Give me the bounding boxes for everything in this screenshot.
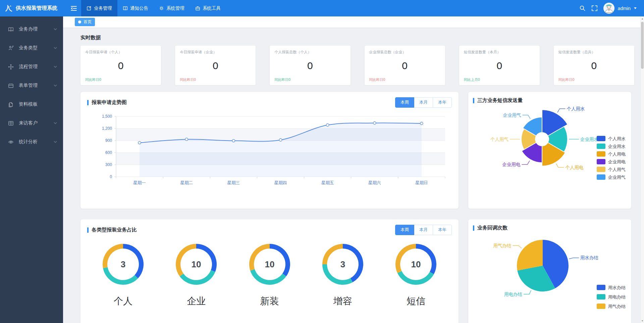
username[interactable]: admin bbox=[618, 6, 631, 11]
vertical-scrollbar[interactable]: ▲ ▼ bbox=[640, 16, 644, 323]
donut-ring: 10 bbox=[171, 239, 221, 289]
callback-chart-card: 业务回调次数 用水办结用电办结用气办结用水办结用电办结用气办结 bbox=[468, 219, 631, 323]
sidebar: 业务办理 业务类型 流程管理 表单管理 资料模板 bbox=[0, 16, 63, 323]
toolbox-icon bbox=[195, 6, 200, 11]
menu-tools[interactable]: 系统工具 bbox=[190, 0, 226, 16]
legend-item[interactable]: 用电办结 bbox=[597, 294, 626, 300]
legend-item[interactable]: 个人用气 bbox=[597, 167, 626, 172]
legend-item[interactable]: 企业用电 bbox=[597, 159, 626, 164]
realtime-section-title: 实时数据 bbox=[80, 35, 634, 41]
y-axis-tick-label: 300 bbox=[105, 162, 112, 167]
legend-item[interactable]: 用水办结 bbox=[597, 285, 626, 290]
document-icon bbox=[8, 102, 14, 107]
stat-card-total-company: 企业报装总数（企业） 0 同比昨日0 bbox=[365, 46, 445, 85]
legend-item[interactable]: 企业用水 bbox=[597, 144, 626, 149]
tab-year-button[interactable]: 本年 bbox=[433, 225, 452, 235]
svg-text:用水办结: 用水办结 bbox=[608, 285, 626, 290]
data-point-marker bbox=[138, 142, 141, 144]
donut-chart-item: 10短信 bbox=[391, 239, 441, 308]
donut-segment bbox=[343, 244, 363, 282]
scroll-down-icon[interactable]: ▼ bbox=[641, 320, 644, 322]
legend-item[interactable]: 个人用电 bbox=[597, 151, 626, 157]
sidebar-item-process-mgmt[interactable]: 流程管理 bbox=[0, 57, 63, 76]
svg-text:个人用气: 个人用气 bbox=[608, 167, 626, 172]
donut-segment bbox=[250, 269, 286, 285]
sms-rose-chart: 个人用水企业用水个人用电企业用电个人用气企业用气个人用水企业用水个人用电企业用电… bbox=[473, 106, 627, 197]
svg-text:企业用电: 企业用电 bbox=[608, 159, 626, 164]
eye-icon bbox=[8, 139, 14, 145]
sidebar-item-business-type[interactable]: 业务类型 bbox=[0, 39, 63, 57]
stat-card-today-company: 今日报装申请（企业） 0 同比昨日0 bbox=[175, 46, 256, 85]
tab-home[interactable]: 首页 bbox=[75, 18, 95, 26]
chevron-down-icon bbox=[54, 66, 57, 68]
label-leader-line bbox=[513, 246, 522, 248]
stat-card-total-personal: 个人报装总数（个人） 0 同比昨日0 bbox=[270, 46, 350, 85]
donut-ring: 3 bbox=[98, 239, 148, 289]
chevron-down-icon bbox=[54, 47, 57, 49]
title-accent-bar bbox=[473, 98, 474, 103]
tab-month-button[interactable]: 本月 bbox=[414, 97, 433, 108]
stat-cards-row: 今日报装申请（个人） 0 同比昨日0 今日报装申请（企业） 0 同比昨日0 个人… bbox=[80, 46, 634, 85]
tab-year-button[interactable]: 本年 bbox=[433, 97, 452, 108]
menu-business[interactable]: 业务管理 bbox=[81, 0, 117, 16]
tab-month-button[interactable]: 本月 bbox=[414, 225, 433, 235]
donut-category-label: 新装 bbox=[245, 295, 295, 308]
fullscreen-icon[interactable] bbox=[592, 5, 597, 11]
donut-segment bbox=[103, 267, 138, 285]
data-point-marker bbox=[420, 122, 423, 125]
donut-segment bbox=[180, 270, 215, 285]
tab-week-button[interactable]: 本周 bbox=[395, 97, 414, 108]
trend-line-chart: 03006009001,2001,500星期一星期二星期三星期四星期五星期六星期… bbox=[87, 111, 451, 192]
slice-label: 企业用水 bbox=[580, 137, 598, 142]
book-open-icon bbox=[8, 26, 14, 32]
gear-icon bbox=[159, 6, 164, 11]
x-axis-tick-label: 星期六 bbox=[368, 180, 381, 185]
legend-item[interactable]: 用气办结 bbox=[597, 304, 626, 309]
sidebar-item-business-handle[interactable]: 业务办理 bbox=[0, 20, 63, 39]
legend-item[interactable]: 个人用水 bbox=[597, 136, 626, 141]
stat-card-sms-month: 短信发送数量（本月） 0 同比上月0 bbox=[459, 46, 540, 85]
scrollbar-thumb[interactable] bbox=[641, 22, 644, 69]
sidebar-toggle-icon[interactable] bbox=[66, 0, 81, 16]
search-icon[interactable] bbox=[579, 5, 586, 11]
x-axis-tick-label: 星期二 bbox=[180, 180, 193, 185]
scroll-up-icon[interactable]: ▲ bbox=[641, 17, 644, 20]
sms-rose-chart-card: 三方业务短信发送量 个人用水企业用水个人用电企业用电个人用气企业用气个人用水企业… bbox=[468, 92, 631, 209]
app-logo[interactable]: 供水报装管理系统 bbox=[0, 4, 63, 12]
y-axis-tick-label: 1,500 bbox=[102, 114, 112, 119]
donut-chart-item: 3增容 bbox=[318, 239, 368, 308]
sidebar-item-visitors[interactable]: 来访客户 bbox=[0, 114, 63, 132]
form-icon bbox=[8, 83, 14, 89]
stat-card-today-personal: 今日报装申请（个人） 0 同比昨日0 bbox=[80, 46, 161, 85]
sidebar-item-form-mgmt[interactable]: 表单管理 bbox=[0, 76, 63, 95]
legend-item[interactable]: 企业用气 bbox=[597, 174, 626, 180]
donut-segment bbox=[103, 244, 123, 268]
donut-ring: 3 bbox=[318, 239, 368, 289]
sidebar-item-templates[interactable]: 资料模板 bbox=[0, 95, 63, 114]
tab-week-button[interactable]: 本周 bbox=[395, 225, 414, 235]
donut-charts-group: 3个人10企业10新装3增容10短信 bbox=[87, 239, 452, 308]
donut-ring: 10 bbox=[245, 239, 295, 289]
top-menu: 业务管理 通知公告 系统管理 bbox=[81, 0, 226, 16]
menu-notice[interactable]: 通知公告 bbox=[117, 0, 154, 16]
chevron-down-icon[interactable] bbox=[634, 7, 637, 9]
donut-category-label: 短信 bbox=[391, 295, 441, 308]
move-icon bbox=[8, 64, 14, 70]
donut-chart-item: 10新装 bbox=[245, 239, 295, 308]
x-axis-tick-label: 星期五 bbox=[321, 180, 334, 185]
menu-system[interactable]: 系统管理 bbox=[154, 0, 190, 16]
donut-chart-item: 10企业 bbox=[171, 239, 221, 308]
callback-chart-title: 业务回调次数 bbox=[477, 225, 507, 231]
book-icon bbox=[123, 6, 128, 11]
sms-chart-title: 三方业务短信发送量 bbox=[477, 97, 523, 104]
slice-label: 个人用气 bbox=[490, 137, 508, 142]
navbar-tools: admin bbox=[579, 3, 644, 14]
sidebar-item-statistics[interactable]: 统计分析 bbox=[0, 132, 63, 151]
user-avatar[interactable] bbox=[603, 3, 614, 14]
label-leader-line bbox=[523, 115, 531, 119]
x-axis-tick-label: 星期日 bbox=[415, 180, 428, 185]
svg-text:企业用气: 企业用气 bbox=[608, 175, 626, 180]
donut-value: 3 bbox=[121, 259, 125, 269]
main-area: 首页 实时数据 今日报装申请（个人） 0 同比昨日0 今日报装申请（企业） 0 … bbox=[63, 16, 644, 323]
slice-label: 企业用电 bbox=[502, 162, 521, 167]
